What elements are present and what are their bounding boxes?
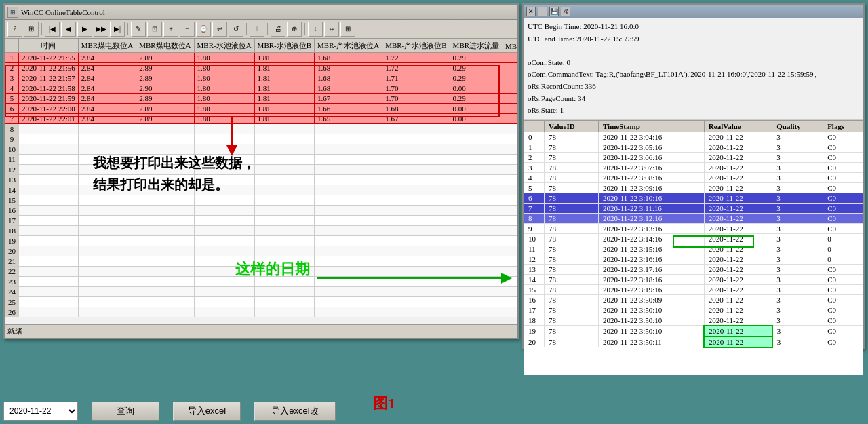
panel-row[interactable]: 11782020-11-22 3:15:162020-11-2230 — [524, 244, 863, 254]
table-cell: 1.68 — [315, 53, 382, 63]
table-cell — [78, 144, 136, 155]
table-row[interactable]: 13 — [5, 175, 518, 185]
table-row[interactable]: 42020-11-22 21:582.842.901.801.811.681.7… — [5, 83, 518, 94]
help-btn[interactable]: ? — [7, 22, 22, 37]
status-text: 就绪 — [7, 326, 22, 336]
next-btn[interactable]: ▶ — [77, 22, 92, 37]
panel-row[interactable]: 1782020-11-22 3:05:162020-11-223C0 — [524, 142, 863, 152]
panel-cell: 12 — [524, 254, 545, 264]
table-cell: 2.84 — [78, 73, 136, 83]
panel-row[interactable]: 8782020-11-22 3:12:162020-11-223C0 — [524, 213, 863, 223]
panel-row[interactable]: 19782020-11-22 3:50:102020-11-223C0 — [524, 326, 863, 336]
panel-row[interactable]: 12782020-11-22 3:16:162020-11-2230 — [524, 254, 863, 264]
table-row[interactable]: 27 — [5, 317, 518, 318]
excel-import2-button[interactable]: 导入excel改 — [254, 402, 336, 421]
query-button[interactable]: 查询 — [92, 402, 159, 421]
expand2-btn[interactable]: ↔ — [324, 22, 339, 37]
table-cell-extra — [502, 256, 517, 267]
table-row[interactable]: 17 — [5, 216, 518, 226]
panel-row[interactable]: 6782020-11-22 3:10:162020-11-223C0 — [524, 193, 863, 203]
table-cell-extra — [502, 155, 517, 165]
table-row[interactable]: 16 — [5, 206, 518, 216]
panel-row[interactable]: 5782020-11-22 3:09:162020-11-223C0 — [524, 182, 863, 193]
panel-row[interactable]: 0782020-11-22 3:04:162020-11-223C0 — [524, 132, 863, 142]
table-row[interactable]: 8 — [5, 124, 518, 134]
table-row[interactable]: 52020-11-22 21:592.842.891.801.811.671.7… — [5, 94, 518, 104]
edit-btn[interactable]: ✎ — [131, 22, 146, 37]
table-cell: 0.29 — [450, 63, 502, 73]
add-btn[interactable]: + — [163, 22, 178, 37]
pause-btn[interactable]: ⏸ — [250, 22, 264, 37]
print2-btn[interactable]: ⊕ — [287, 22, 302, 37]
table-row[interactable]: 11 — [5, 155, 518, 165]
panel-save-btn[interactable]: 💾 — [549, 7, 559, 16]
redo-btn[interactable]: ↺ — [229, 22, 243, 37]
date-select[interactable]: 2020-11-22 2020-11-21 2020-11-20 — [3, 402, 78, 421]
table-row[interactable]: 9 — [5, 134, 518, 144]
table-cell — [78, 206, 136, 216]
table-row[interactable]: 18 — [5, 226, 518, 236]
table-cell-extra — [502, 297, 517, 307]
panel-row[interactable]: 13782020-11-22 3:17:162020-11-223C0 — [524, 264, 863, 274]
copy-btn[interactable]: ⊡ — [147, 22, 162, 37]
del-btn[interactable]: − — [180, 22, 195, 37]
table-cell — [254, 185, 314, 195]
table-cell: 1.67 — [382, 114, 450, 124]
panel-row[interactable]: 7782020-11-22 3:11:162020-11-223C0 — [524, 203, 863, 213]
table-row[interactable]: 19 — [5, 236, 518, 246]
table-cell — [136, 267, 194, 277]
prev-btn[interactable]: ◀ — [61, 22, 76, 37]
first-btn[interactable]: |◀ — [45, 22, 60, 37]
annotation-line2: 结果打印出来的却是。 — [93, 176, 256, 194]
excel-import-button[interactable]: 导入excel — [173, 402, 241, 421]
panel-cell: C0 — [823, 203, 863, 213]
grid-btn[interactable]: ⊞ — [24, 22, 39, 37]
panel-row[interactable]: 14782020-11-22 3:18:162020-11-223C0 — [524, 274, 863, 284]
table-cell — [194, 195, 254, 206]
undo-btn[interactable]: ↩ — [212, 22, 227, 37]
panel-row[interactable]: 2782020-11-22 3:06:162020-11-223C0 — [524, 152, 863, 162]
config-btn[interactable]: ⊞ — [340, 22, 355, 37]
table-row[interactable]: 22020-11-22 21:562.842.891.801.811.681.7… — [5, 63, 518, 73]
panel-row[interactable]: 4782020-11-22 3:08:162020-11-223C0 — [524, 172, 863, 182]
panel-print-btn[interactable]: 🖨 — [561, 7, 570, 16]
table-cell-extra — [502, 246, 517, 256]
panel-close-btn[interactable]: ✕ — [526, 7, 536, 16]
panel-table-container[interactable]: ValueID TimeStamp RealValue Quality Flag… — [524, 120, 863, 375]
panel-row[interactable]: 9782020-11-22 3:13:162020-11-223C0 — [524, 223, 863, 233]
print-btn[interactable]: 🖨 — [271, 22, 285, 37]
panel-row[interactable]: 20782020-11-22 3:50:112020-11-223C0 — [524, 336, 863, 347]
table-row[interactable]: 15 — [5, 195, 518, 206]
panel-cell: 78 — [545, 152, 599, 162]
panel-row[interactable]: 17782020-11-22 3:50:102020-11-223C0 — [524, 305, 863, 315]
panel-cell: 3 — [772, 305, 823, 315]
table-cell — [194, 317, 254, 318]
last-btn[interactable]: ▶| — [110, 22, 125, 37]
table-row[interactable]: 10 — [5, 144, 518, 155]
time-btn[interactable]: ⌚ — [196, 22, 211, 37]
panel-row[interactable]: 18782020-11-22 3:50:102020-11-223C0 — [524, 315, 863, 326]
panel-row[interactable]: 16782020-11-22 3:50:092020-11-223C0 — [524, 294, 863, 305]
table-row[interactable]: 12 — [5, 165, 518, 175]
table-row[interactable]: 72020-11-22 22:012.842.891.801.811.651.6… — [5, 114, 518, 124]
panel-min-btn[interactable]: − — [538, 7, 547, 16]
table-row[interactable]: 20 — [5, 246, 518, 256]
panel-cell: 2020-11-22 — [704, 223, 772, 233]
table-row-num: 4 — [5, 83, 19, 94]
table-row[interactable]: 25 — [5, 297, 518, 307]
table-row[interactable]: 14 — [5, 185, 518, 195]
table-row[interactable]: 32020-11-22 21:572.842.891.801.811.681.7… — [5, 73, 518, 83]
table-cell: 0.29 — [450, 73, 502, 83]
panel-row[interactable]: 3782020-11-22 3:07:162020-11-223C0 — [524, 162, 863, 172]
info-line-blank — [528, 45, 859, 57]
panel-row[interactable]: 10782020-11-22 3:14:162020-11-2230 — [524, 233, 863, 244]
next2-btn[interactable]: ▶▶ — [94, 22, 108, 37]
table-row[interactable]: 12020-11-22 21:552.842.891.801.811.681.7… — [5, 53, 518, 63]
table-cell — [450, 236, 502, 246]
table-row[interactable]: 62020-11-22 22:002.842.891.801.811.661.6… — [5, 104, 518, 114]
table-cell: 1.81 — [254, 94, 314, 104]
col-mbr1: MBR煤电数位A — [78, 39, 136, 53]
panel-row[interactable]: 15782020-11-22 3:19:162020-11-223C0 — [524, 284, 863, 294]
table-row[interactable]: 26 — [5, 307, 518, 317]
expand-btn[interactable]: ↕ — [308, 22, 323, 37]
